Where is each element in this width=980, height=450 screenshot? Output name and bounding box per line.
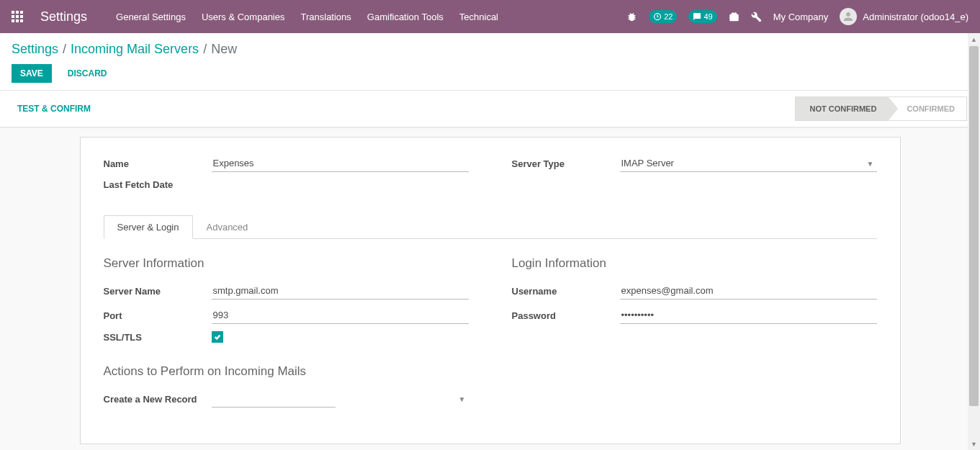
section-login-info: Login Information xyxy=(512,256,877,271)
server-type-select[interactable]: IMAP Server xyxy=(620,155,877,172)
username-input[interactable] xyxy=(620,282,877,300)
brand-title[interactable]: Settings xyxy=(40,9,87,24)
button-row: Save Discard xyxy=(12,64,968,83)
apps-icon[interactable] xyxy=(12,11,23,22)
nav-item-general-settings[interactable]: General Settings xyxy=(116,12,186,22)
nav-item-technical[interactable]: Technical xyxy=(459,12,498,22)
status-not-confirmed[interactable]: Not Confirmed xyxy=(795,96,889,121)
breadcrumb-settings[interactable]: Settings xyxy=(12,42,58,57)
label-name: Name xyxy=(104,158,212,169)
label-port: Port xyxy=(104,310,212,321)
user-name: Administrator (odoo14_e) xyxy=(863,12,968,22)
bug-icon[interactable] xyxy=(626,12,637,22)
messages-count: 49 xyxy=(703,10,712,23)
label-server-name: Server Name xyxy=(104,286,212,297)
label-password: Password xyxy=(512,310,620,321)
activities-count: 22 xyxy=(664,10,673,23)
port-input[interactable] xyxy=(212,307,469,324)
nav-item-users-companies[interactable]: Users & Companies xyxy=(202,12,285,22)
name-input[interactable] xyxy=(212,155,469,172)
breadcrumb-sep: / xyxy=(203,42,207,57)
label-username: Username xyxy=(512,286,620,297)
chevron-down-icon: ▼ xyxy=(459,395,466,403)
scrollbar-up-icon[interactable]: ▲ xyxy=(968,33,980,45)
label-ssl-tls: SSL/TLS xyxy=(104,332,212,343)
form-container: Name Last Fetch Date Server Type IMAP Se… xyxy=(0,127,980,450)
messages-badge[interactable]: 49 xyxy=(688,10,716,23)
scrollbar-down-icon[interactable]: ▼ xyxy=(968,438,980,450)
label-last-fetch-date: Last Fetch Date xyxy=(104,179,212,190)
breadcrumb-current: New xyxy=(211,42,237,57)
server-name-input[interactable] xyxy=(212,282,469,300)
user-menu[interactable]: Administrator (odoo14_e) xyxy=(840,8,968,25)
label-create-new-record: Create a New Record xyxy=(104,394,212,405)
nav-item-gamification-tools[interactable]: Gamification Tools xyxy=(367,12,444,22)
discard-button[interactable]: Discard xyxy=(59,64,116,83)
status-steps: Not Confirmed Confirmed xyxy=(795,96,968,121)
section-actions: Actions to Perform on Incoming Mails xyxy=(104,364,469,379)
tools-icon[interactable] xyxy=(751,12,762,22)
tab-content: Server Information Server Name Port SSL/… xyxy=(104,239,877,415)
tab-server-login[interactable]: Server & Login xyxy=(104,215,193,239)
control-panel: Settings / Incoming Mail Servers / New S… xyxy=(0,33,980,91)
tabs: Server & Login Advanced xyxy=(104,215,877,239)
nav-menu: General Settings Users & Companies Trans… xyxy=(116,12,626,22)
breadcrumb-incoming-mail-servers[interactable]: Incoming Mail Servers xyxy=(71,42,199,57)
ssl-tls-checkbox[interactable] xyxy=(212,331,223,343)
company-name[interactable]: My Company xyxy=(773,12,829,22)
nav-right: 22 49 My Company Administrator (odoo14_e… xyxy=(626,8,968,25)
test-confirm-button[interactable]: Test & Confirm xyxy=(12,101,96,117)
status-confirmed[interactable]: Confirmed xyxy=(888,96,967,121)
nav-item-translations[interactable]: Translations xyxy=(301,12,351,22)
section-server-info: Server Information xyxy=(104,256,469,271)
activities-badge[interactable]: 22 xyxy=(649,10,677,23)
breadcrumb-sep: / xyxy=(63,42,66,57)
password-input[interactable] xyxy=(620,307,877,324)
breadcrumb: Settings / Incoming Mail Servers / New xyxy=(12,42,968,57)
save-button[interactable]: Save xyxy=(12,64,52,83)
gift-icon[interactable] xyxy=(729,12,740,22)
status-bar: Test & Confirm Not Confirmed Confirmed xyxy=(0,91,980,127)
main-navbar: Settings General Settings Users & Compan… xyxy=(0,0,980,33)
avatar xyxy=(840,8,857,25)
scrollbar-thumb[interactable] xyxy=(969,46,979,406)
tab-advanced[interactable]: Advanced xyxy=(193,215,262,239)
create-new-record-select[interactable] xyxy=(212,390,336,408)
label-server-type: Server Type xyxy=(512,158,620,169)
scrollbar[interactable]: ▲ ▼ xyxy=(968,33,980,450)
form-sheet: Name Last Fetch Date Server Type IMAP Se… xyxy=(80,137,901,444)
